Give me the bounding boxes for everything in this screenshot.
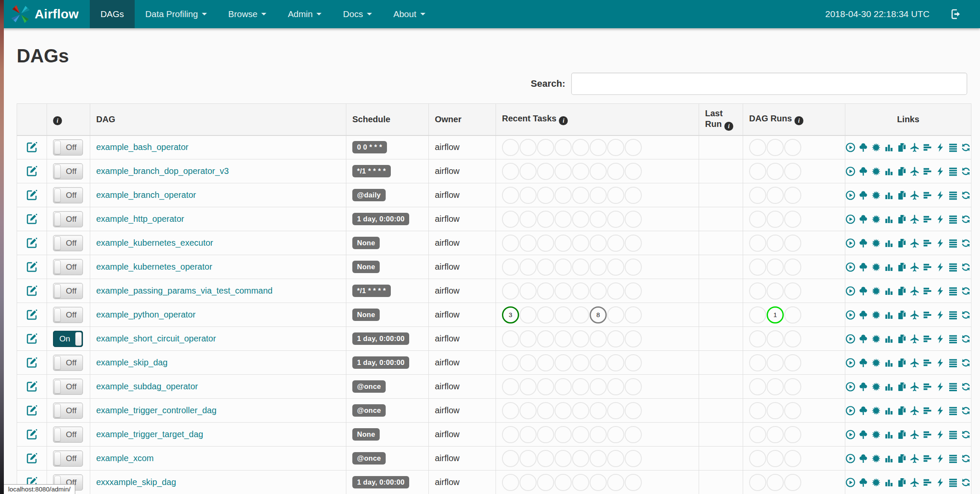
logs-icon[interactable]: [948, 429, 958, 440]
dag-toggle[interactable]: Off: [53, 235, 83, 251]
gantt-view-icon[interactable]: [922, 477, 933, 488]
logs-icon[interactable]: [948, 142, 958, 153]
tree-view-icon[interactable]: [858, 358, 868, 368]
landing-times-icon[interactable]: [909, 190, 920, 200]
tree-view-icon[interactable]: [858, 238, 868, 248]
dag-toggle[interactable]: Off: [53, 355, 83, 371]
task-duration-icon[interactable]: [884, 406, 894, 416]
dag-toggle[interactable]: Off: [53, 307, 83, 323]
dag-link[interactable]: example_xcom: [96, 453, 154, 463]
schedule-badge[interactable]: 1 day, 0:00:00: [352, 332, 409, 345]
edit-dag-icon[interactable]: [26, 189, 38, 201]
task-duration-icon[interactable]: [884, 286, 894, 296]
edit-dag-icon[interactable]: [26, 381, 38, 392]
task-duration-icon[interactable]: [884, 142, 894, 153]
dag-toggle[interactable]: Off: [53, 187, 83, 203]
schedule-badge[interactable]: 1 day, 0:00:00: [352, 213, 409, 225]
code-view-icon[interactable]: [935, 477, 945, 488]
code-view-icon[interactable]: [935, 238, 945, 248]
gantt-view-icon[interactable]: [922, 429, 933, 440]
dag-link[interactable]: example_python_operator: [96, 310, 195, 319]
trigger-dag-icon[interactable]: [845, 190, 856, 200]
refresh-dag-icon[interactable]: [961, 262, 971, 272]
tree-view-icon[interactable]: [858, 190, 868, 200]
tree-view-icon[interactable]: [858, 310, 868, 320]
logs-icon[interactable]: [948, 358, 958, 368]
edit-dag-icon[interactable]: [26, 213, 38, 225]
task-duration-icon[interactable]: [884, 166, 894, 176]
graph-view-icon[interactable]: [871, 262, 881, 272]
edit-dag-icon[interactable]: [26, 429, 38, 440]
gantt-view-icon[interactable]: [922, 406, 933, 416]
code-view-icon[interactable]: [935, 214, 945, 224]
trigger-dag-icon[interactable]: [845, 142, 856, 153]
code-view-icon[interactable]: [935, 406, 945, 416]
dag-link[interactable]: example_bash_operator: [96, 142, 189, 152]
schedule-badge[interactable]: 1 day, 0:00:00: [352, 356, 409, 369]
trigger-dag-icon[interactable]: [845, 477, 856, 488]
graph-view-icon[interactable]: [871, 310, 881, 320]
dag-link[interactable]: example_http_operator: [96, 214, 184, 223]
logs-icon[interactable]: [948, 190, 958, 200]
schedule-badge[interactable]: None: [352, 428, 380, 441]
task-duration-icon[interactable]: [884, 429, 894, 440]
dag-toggle[interactable]: Off: [53, 450, 83, 467]
landing-times-icon[interactable]: [909, 310, 920, 320]
dag-toggle[interactable]: Off: [53, 211, 83, 227]
schedule-badge[interactable]: @daily: [352, 189, 386, 201]
schedule-badge[interactable]: 0 0 * * *: [352, 141, 387, 153]
graph-view-icon[interactable]: [871, 453, 881, 464]
dag-toggle[interactable]: On: [53, 331, 83, 347]
gantt-view-icon[interactable]: [922, 190, 933, 200]
dag-toggle[interactable]: Off: [53, 379, 83, 395]
task-state-circle[interactable]: 1: [767, 306, 784, 323]
gantt-view-icon[interactable]: [922, 286, 933, 296]
trigger-dag-icon[interactable]: [845, 382, 856, 392]
gantt-view-icon[interactable]: [922, 166, 933, 176]
gantt-view-icon[interactable]: [922, 214, 933, 224]
logout-icon[interactable]: [950, 8, 962, 20]
logs-icon[interactable]: [948, 310, 958, 320]
refresh-dag-icon[interactable]: [961, 310, 971, 320]
code-view-icon[interactable]: [935, 310, 945, 320]
task-duration-icon[interactable]: [884, 262, 894, 272]
landing-times-icon[interactable]: [909, 142, 920, 153]
refresh-dag-icon[interactable]: [961, 453, 971, 464]
tree-view-icon[interactable]: [858, 453, 868, 464]
landing-times-icon[interactable]: [909, 214, 920, 224]
refresh-dag-icon[interactable]: [961, 190, 971, 200]
graph-view-icon[interactable]: [871, 214, 881, 224]
task-tries-icon[interactable]: [897, 142, 907, 153]
code-view-icon[interactable]: [935, 358, 945, 368]
schedule-badge[interactable]: None: [352, 309, 380, 321]
task-tries-icon[interactable]: [897, 286, 907, 296]
gantt-view-icon[interactable]: [922, 142, 933, 153]
task-tries-icon[interactable]: [897, 453, 907, 464]
edit-dag-icon[interactable]: [26, 141, 38, 153]
trigger-dag-icon[interactable]: [845, 262, 856, 272]
trigger-dag-icon[interactable]: [845, 214, 856, 224]
code-view-icon[interactable]: [935, 453, 945, 464]
logs-icon[interactable]: [948, 406, 958, 416]
search-input[interactable]: [571, 73, 967, 95]
dag-link[interactable]: example_subdag_operator: [96, 382, 198, 391]
task-duration-icon[interactable]: [884, 334, 894, 344]
task-duration-icon[interactable]: [884, 477, 894, 488]
refresh-dag-icon[interactable]: [961, 429, 971, 440]
task-duration-icon[interactable]: [884, 382, 894, 392]
nav-item-dags[interactable]: DAGs: [90, 0, 135, 28]
dag-toggle[interactable]: Off: [53, 426, 83, 443]
trigger-dag-icon[interactable]: [845, 286, 856, 296]
refresh-dag-icon[interactable]: [961, 358, 971, 368]
logs-icon[interactable]: [948, 286, 958, 296]
gantt-view-icon[interactable]: [922, 334, 933, 344]
dag-link[interactable]: example_kubernetes_operator: [96, 262, 212, 271]
landing-times-icon[interactable]: [909, 406, 920, 416]
refresh-dag-icon[interactable]: [961, 142, 971, 153]
schedule-badge[interactable]: @once: [352, 404, 386, 417]
graph-view-icon[interactable]: [871, 358, 881, 368]
graph-view-icon[interactable]: [871, 406, 881, 416]
logs-icon[interactable]: [948, 382, 958, 392]
dag-link[interactable]: example_trigger_target_dag: [96, 429, 203, 439]
schedule-badge[interactable]: @once: [352, 452, 386, 465]
